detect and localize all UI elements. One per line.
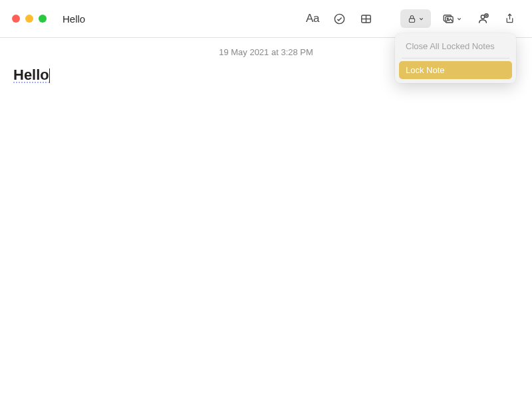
text-cursor <box>49 68 51 83</box>
dropdown-separator <box>402 58 509 58</box>
window-title: Hello <box>63 13 85 25</box>
minimize-window-button[interactable] <box>25 15 33 23</box>
close-window-button[interactable] <box>12 15 20 23</box>
share-button[interactable] <box>499 9 520 28</box>
lock-icon <box>407 13 417 25</box>
lock-dropdown-menu: Close All Locked Notes Lock Note <box>395 33 516 83</box>
media-dropdown-button[interactable] <box>436 9 467 28</box>
checklist-button[interactable] <box>329 9 350 28</box>
table-button[interactable] <box>355 9 376 28</box>
collaborate-button[interactable] <box>472 9 493 28</box>
svg-point-8 <box>481 15 484 19</box>
table-icon <box>360 13 372 25</box>
fullscreen-window-button[interactable] <box>39 15 47 23</box>
share-icon <box>504 12 515 25</box>
lock-dropdown-button[interactable] <box>400 9 431 28</box>
format-aa-icon: Aa <box>306 12 319 25</box>
checkmark-circle-icon <box>333 13 346 25</box>
svg-point-0 <box>334 14 344 23</box>
traffic-lights <box>12 15 47 23</box>
photo-icon <box>442 13 455 25</box>
svg-rect-4 <box>409 18 414 22</box>
note-title[interactable]: Hello <box>13 66 49 84</box>
chevron-down-icon <box>456 16 462 22</box>
format-button[interactable]: Aa <box>302 9 323 28</box>
toolbar: Hello Aa <box>0 0 532 38</box>
svg-point-7 <box>447 18 448 19</box>
lock-note-item[interactable]: Lock Note <box>399 61 512 79</box>
person-add-icon <box>476 12 489 25</box>
chevron-down-icon <box>418 16 424 22</box>
close-all-locked-notes-item: Close All Locked Notes <box>399 37 512 55</box>
